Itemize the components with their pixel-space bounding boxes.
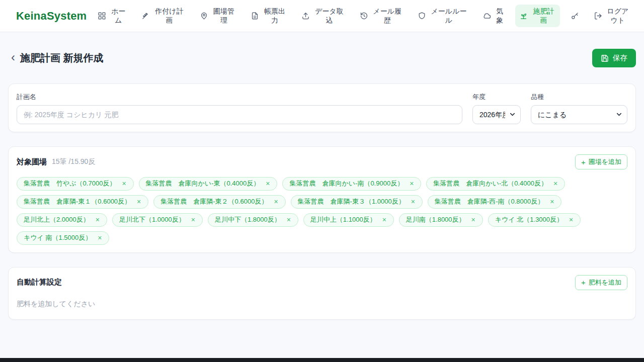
field-tag-label: 足川中上（1.1000反） (310, 216, 376, 224)
field-tag: 集落営農 倉庫隣-東１（0.6000反） × (17, 195, 148, 209)
add-fertilizer-button[interactable]: + 肥料を追加 (575, 275, 627, 290)
remove-tag-icon[interactable]: × (191, 216, 196, 223)
field-tag: 集落営農 倉庫向かい-南（0.9000反） × (282, 177, 421, 191)
shield-icon (418, 12, 426, 20)
back-button[interactable]: ‹ (8, 51, 20, 65)
plan-basics-card: 計画名 年度 2026年度 品種 にこまる (8, 83, 636, 132)
field-tag-label: 集落営農 倉庫向かい-東（0.4000反） (146, 179, 260, 188)
brand-logo[interactable]: KeinaSystem (16, 10, 87, 23)
field-tag: 集落営農 竹やぶ（0.7000反） × (17, 177, 134, 191)
remove-tag-icon[interactable]: × (549, 198, 554, 205)
auto-calc-title: 自動計算設定 (17, 278, 62, 287)
field-tag-label: 集落営農 倉庫隣-東３（1.0000反） (298, 198, 405, 206)
save-button[interactable]: 保存 (592, 49, 636, 67)
history-icon (360, 12, 368, 20)
nav-label-fertilization-plan: 施肥計画 (531, 7, 555, 25)
remove-tag-icon[interactable]: × (409, 180, 414, 187)
field-tag-label: 足川北下（1.0000反） (119, 216, 185, 224)
add-field-button[interactable]: + 圃場を追加 (575, 154, 627, 169)
plus-icon: + (581, 279, 586, 286)
nav-item-weather[interactable]: 気象 (478, 5, 509, 27)
field-tag-label: 集落営農 竹やぶ（0.7000反） (24, 179, 116, 188)
nav-item-mail-history[interactable]: メール履歴 (356, 5, 407, 27)
field-tag: 足川中下（1.8000反） × (208, 213, 298, 227)
plan-name-group: 計画名 (17, 92, 462, 124)
nav-label-field-management: 圃場管理 (212, 7, 236, 25)
page-title-bar: ‹ 施肥計画 新規作成 保存 (8, 49, 636, 67)
remove-tag-icon[interactable]: × (471, 216, 476, 223)
field-tag: キウイ 北（1.3000反） × (488, 213, 581, 227)
field-tag: 足川北上（2.0000反） × (17, 213, 107, 227)
field-tag: 足川南（1.8000反） × (399, 213, 483, 227)
cloud-icon (482, 12, 491, 20)
remove-tag-icon[interactable]: × (136, 198, 141, 205)
nav-item-fertilization-plan[interactable]: 施肥計画 (515, 5, 559, 27)
year-select[interactable]: 2026年度 (472, 105, 521, 124)
remove-tag-icon[interactable]: × (382, 216, 387, 223)
field-tag-list: 集落営農 竹やぶ（0.7000反） × 集落営農 倉庫向かい-東（0.4000反… (17, 177, 627, 245)
field-tag-label: キウイ 南（1.5000反） (24, 234, 92, 242)
nav-item-data-import[interactable]: データ取込 (297, 5, 349, 27)
plus-icon: + (581, 158, 586, 166)
remove-tag-icon[interactable]: × (273, 198, 278, 205)
variety-group: 品種 にこまる (531, 92, 627, 124)
wheat-icon (141, 12, 150, 20)
key-icon (571, 12, 579, 20)
field-tag: 集落営農 倉庫向かい-北（0.4000反） × (426, 177, 565, 191)
field-tag-label: 集落営農 倉庫向かい-南（0.9000反） (289, 179, 404, 188)
remove-tag-icon[interactable]: × (95, 216, 100, 223)
target-fields-summary: 15筆 /15.90反 (52, 157, 95, 166)
page-title: 施肥計画 新規作成 (20, 51, 104, 65)
nav-item-mail-rules[interactable]: メールルール (414, 5, 472, 27)
field-tag: 足川北下（1.0000反） × (112, 213, 203, 227)
field-tag-label: 足川中下（1.8000反） (215, 216, 281, 224)
grid-icon (98, 12, 106, 20)
nav-item-logout[interactable]: ログアウト (590, 5, 634, 27)
plan-name-input[interactable] (17, 105, 462, 124)
nav-label-mail-history: メール履歴 (372, 7, 403, 25)
taskbar-edge (0, 358, 644, 362)
nav-label-logout: ログアウト (606, 7, 630, 25)
nav-item-report-output[interactable]: 帳票出力 (247, 5, 291, 27)
top-navbar: KeinaSystem ホーム 作付け計画 圃場管理 帳票出力 データ取込 メー… (0, 0, 644, 32)
nav-item-password[interactable] (567, 9, 583, 23)
remove-tag-icon[interactable]: × (121, 180, 126, 187)
main-nav: ホーム 作付け計画 圃場管理 帳票出力 データ取込 メール履歴 メールルール (94, 5, 634, 27)
field-tag-label: キウイ 北（1.3000反） (495, 216, 563, 224)
remove-tag-icon[interactable]: × (286, 216, 291, 223)
upload-icon (301, 12, 310, 20)
nav-label-planting-plan: 作付け計画 (153, 7, 185, 25)
field-tag: キウイ 南（1.5000反） × (17, 231, 109, 245)
field-tag: 足川中上（1.1000反） × (303, 213, 394, 227)
variety-select[interactable]: にこまる (531, 105, 627, 124)
field-tag-label: 足川南（1.8000反） (406, 216, 465, 224)
fertilizer-empty-message: 肥料を追加してください (17, 300, 627, 309)
remove-tag-icon[interactable]: × (569, 216, 574, 223)
field-tag: 集落営農 倉庫隣-東２（0.6000反） × (153, 195, 285, 209)
remove-tag-icon[interactable]: × (411, 198, 416, 205)
variety-label: 品種 (531, 93, 627, 102)
field-tag: 集落営農 倉庫向かい-東（0.4000反） × (139, 177, 278, 191)
nav-item-home[interactable]: ホーム (94, 5, 131, 27)
nav-label-mail-rules: メールルール (430, 7, 468, 25)
plan-name-label: 計画名 (17, 93, 462, 102)
remove-tag-icon[interactable]: × (553, 180, 558, 187)
target-fields-title: 対象圃場 (17, 157, 47, 167)
field-tag: 集落営農 倉庫隣-西-南（0.8000反） × (428, 195, 562, 209)
year-group: 年度 2026年度 (472, 92, 521, 124)
nav-item-field-management[interactable]: 圃場管理 (196, 5, 240, 27)
remove-tag-icon[interactable]: × (97, 234, 102, 241)
sprout-icon (519, 12, 528, 20)
remove-tag-icon[interactable]: × (265, 180, 270, 187)
auto-calc-card: 自動計算設定 + 肥料を追加 肥料を追加してください (8, 267, 636, 320)
field-tag: 集落営農 倉庫隣-東３（1.0000反） × (291, 195, 423, 209)
field-tag-label: 集落営農 倉庫向かい-北（0.4000反） (433, 179, 547, 188)
nav-label-report-output: 帳票出力 (263, 7, 287, 25)
save-button-label: 保存 (613, 53, 627, 63)
nav-item-planting-plan[interactable]: 作付け計画 (137, 5, 189, 27)
field-tag-label: 集落営農 倉庫隣-西-南（0.8000反） (435, 198, 544, 206)
add-fertilizer-button-label: 肥料を追加 (589, 278, 621, 287)
nav-label-home: ホーム (110, 7, 127, 25)
field-tag-label: 集落営農 倉庫隣-東１（0.6000反） (24, 198, 131, 206)
add-field-button-label: 圃場を追加 (589, 157, 621, 166)
